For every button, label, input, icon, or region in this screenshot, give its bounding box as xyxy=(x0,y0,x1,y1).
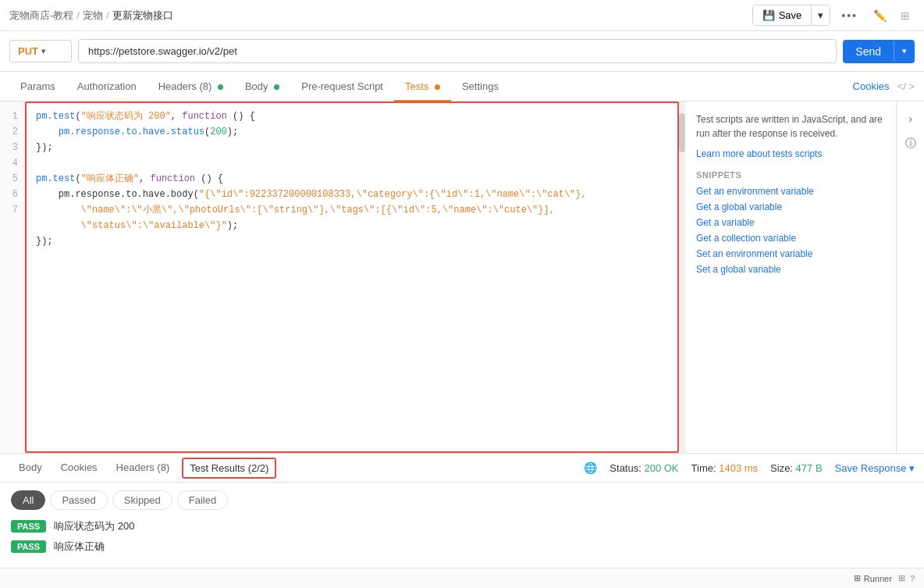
runner-button[interactable]: ⊞ Runner xyxy=(854,573,892,583)
snippet-get-var[interactable]: Get a variable xyxy=(696,217,885,228)
expand-icon[interactable]: › xyxy=(900,108,922,130)
pass-badge-2: PASS xyxy=(11,540,46,553)
response-tabs: Body Cookies Headers (8) Test Results (2… xyxy=(0,453,924,483)
help-icon[interactable]: ? xyxy=(910,574,915,583)
code-line-6c: \"status\":\"available\"}"); xyxy=(36,219,668,234)
editor-scrollbar[interactable] xyxy=(679,102,685,453)
filter-passed[interactable]: Passed xyxy=(50,490,107,510)
breadcrumb-sep1: / xyxy=(76,9,80,21)
editor-section: 1234567 pm.test("响应状态码为 200", function (… xyxy=(0,102,685,453)
tests-dot xyxy=(435,84,440,90)
tab-settings[interactable]: Settings xyxy=(451,73,510,102)
more-options-icon[interactable]: ••• xyxy=(835,5,864,26)
save-label: Save xyxy=(779,9,802,21)
breadcrumb-sep2: / xyxy=(106,9,109,21)
breadcrumb: 宠物商店-教程 / 宠物 / 更新宠物接口 xyxy=(9,9,173,23)
response-tab-cookies[interactable]: Cookies xyxy=(52,455,107,481)
info-icon[interactable]: ⓘ xyxy=(900,133,922,155)
status-value: 200 OK xyxy=(644,462,678,474)
filter-all[interactable]: All xyxy=(11,490,45,510)
edit-icon[interactable]: ✏️ xyxy=(869,5,891,26)
snippet-get-env[interactable]: Get an environment variable xyxy=(696,186,885,197)
tab-pre-request[interactable]: Pre-request Script xyxy=(290,73,394,102)
code-line-7: }); xyxy=(36,234,668,250)
app-container: 宠物商店-教程 / 宠物 / 更新宠物接口 💾 Save ▾ ••• ✏️ ⊞ … xyxy=(0,0,924,588)
request-tabs: Params Authorization Headers (8) Body Pr… xyxy=(0,72,924,102)
code-editor[interactable]: pm.test("响应状态码为 200", function () { pm.r… xyxy=(25,102,679,453)
filter-tabs: All Passed Skipped Failed xyxy=(11,490,913,510)
response-status-info: 🌐 Status: 200 OK Time: 1403 ms Size: 477… xyxy=(584,461,915,474)
tab-authorization[interactable]: Authorization xyxy=(66,73,147,102)
time-value: 1403 ms xyxy=(719,462,758,474)
code-button[interactable]: </ > xyxy=(897,80,915,92)
top-bar: 宠物商店-教程 / 宠物 / 更新宠物接口 💾 Save ▾ ••• ✏️ ⊞ xyxy=(0,0,924,31)
size-value: 477 B xyxy=(796,462,823,474)
breadcrumb-active: 更新宠物接口 xyxy=(112,9,173,23)
method-label: PUT xyxy=(18,45,38,57)
tab-params[interactable]: Params xyxy=(9,73,66,102)
snippet-get-collection[interactable]: Get a collection variable xyxy=(696,233,885,244)
filter-skipped[interactable]: Skipped xyxy=(112,490,172,510)
snippet-set-global[interactable]: Set a global variable xyxy=(696,264,885,275)
response-tab-test-results[interactable]: Test Results (2/2) xyxy=(182,458,276,479)
bottom-bar: ⊞ Runner ⊞ ? xyxy=(0,568,924,588)
breadcrumb-part1: 宠物商店-教程 xyxy=(9,9,73,23)
breadcrumb-part2: 宠物 xyxy=(83,9,103,23)
runner-icon: ⊞ xyxy=(854,573,861,583)
body-dot xyxy=(274,84,279,90)
save-main-button[interactable]: 💾 Save xyxy=(753,5,812,25)
snippets-panel: Test scripts are written in JavaScript, … xyxy=(685,102,896,453)
url-input[interactable] xyxy=(78,39,837,63)
save-button[interactable]: 💾 Save ▾ xyxy=(752,5,831,26)
test-result-2: PASS 响应体正确 xyxy=(11,540,913,554)
save-response-button[interactable]: Save Response ▾ xyxy=(835,462,915,474)
method-dropdown[interactable]: PUT ▾ xyxy=(9,40,72,62)
response-tab-body[interactable]: Body xyxy=(9,455,52,481)
tab-tests[interactable]: Tests xyxy=(394,73,451,102)
grid-icon[interactable]: ⊞ xyxy=(898,573,905,583)
send-main-button[interactable]: Send xyxy=(843,40,894,63)
code-line-2: pm.response.to.have.status(200); xyxy=(36,125,668,141)
send-dropdown-button[interactable]: ▾ xyxy=(894,41,915,62)
snippets-link[interactable]: Learn more about tests scripts xyxy=(696,148,885,159)
snippet-set-env[interactable]: Set an environment variable xyxy=(696,248,885,259)
test-name-1: 响应状态码为 200 xyxy=(54,519,134,533)
url-bar: PUT ▾ Send ▾ xyxy=(0,31,924,72)
code-line-4 xyxy=(36,156,668,172)
pass-badge-1: PASS xyxy=(11,520,46,533)
right-icon-strip: › ⓘ xyxy=(896,102,924,453)
code-line-3: }); xyxy=(36,141,668,156)
code-line-1: pm.test("响应状态码为 200", function () { xyxy=(36,109,668,125)
test-name-2: 响应体正确 xyxy=(54,540,105,554)
line-numbers: 1234567 xyxy=(0,102,25,453)
globe-icon: 🌐 xyxy=(584,461,597,474)
snippets-title: SNIPPETS xyxy=(696,170,885,180)
snippets-description: Test scripts are written in JavaScript, … xyxy=(696,112,885,141)
runner-label: Runner xyxy=(864,574,892,583)
method-arrow-icon: ▾ xyxy=(41,47,45,55)
editor-inner: 1234567 pm.test("响应状态码为 200", function (… xyxy=(0,102,685,453)
test-result-1: PASS 响应状态码为 200 xyxy=(11,519,913,533)
time-label: Time: 1403 ms xyxy=(691,462,759,474)
results-area: All Passed Skipped Failed PASS 响应状态码为 20… xyxy=(0,483,924,568)
save-icon: 💾 xyxy=(762,9,775,21)
cookies-button[interactable]: Cookies xyxy=(853,80,890,92)
size-label: Size: 477 B xyxy=(770,462,823,474)
code-line-6: pm.response.to.have.body("{\"id\":922337… xyxy=(36,187,668,203)
save-response-arrow-icon: ▾ xyxy=(909,462,915,474)
filter-failed[interactable]: Failed xyxy=(177,490,228,510)
response-tab-headers[interactable]: Headers (8) xyxy=(107,455,179,481)
tab-headers[interactable]: Headers (8) xyxy=(147,73,234,102)
layout-icon[interactable]: ⊞ xyxy=(896,5,915,26)
status-label: Status: 200 OK xyxy=(609,462,678,474)
headers-dot xyxy=(218,84,223,90)
code-line-5: pm.test("响应体正确", function () { xyxy=(36,172,668,187)
tab-body[interactable]: Body xyxy=(234,73,290,102)
send-button[interactable]: Send ▾ xyxy=(843,40,915,63)
top-bar-actions: 💾 Save ▾ ••• ✏️ ⊞ xyxy=(752,5,915,26)
snippet-get-global[interactable]: Get a global variable xyxy=(696,201,885,212)
save-dropdown-button[interactable]: ▾ xyxy=(811,5,830,25)
code-line-6b: \"name\":\"小黑\",\"photoUrls\":[\"string\… xyxy=(36,203,668,219)
